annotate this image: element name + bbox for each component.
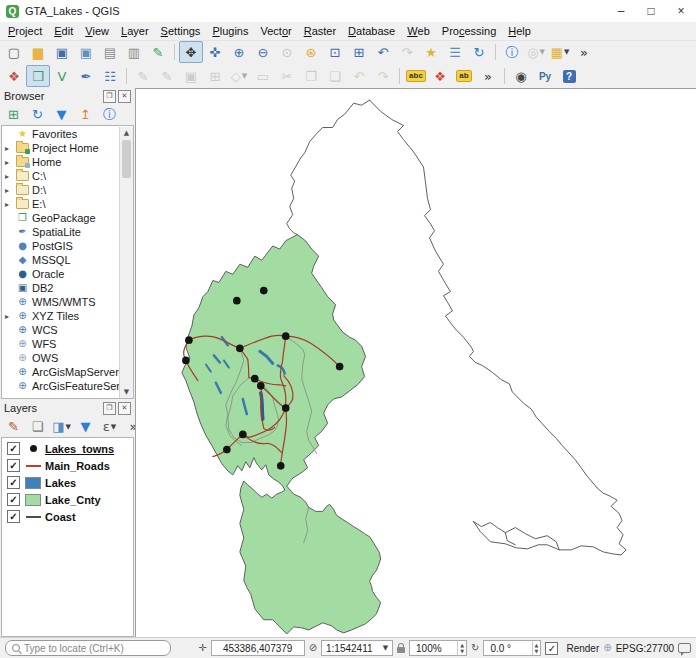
filter-legend-button[interactable]: ▼ bbox=[74, 416, 97, 437]
layer-row-main-roads[interactable]: ✓Main_Roads bbox=[2, 457, 133, 474]
browser-scrollbar[interactable]: ▲ ▼ bbox=[119, 127, 133, 398]
expand-icon[interactable]: ▸ bbox=[5, 200, 15, 209]
map-canvas[interactable] bbox=[135, 88, 696, 638]
pin-labels-button[interactable]: ab bbox=[452, 65, 476, 87]
browser-item-xyz-tiles[interactable]: ▸⊕XYZ Tiles bbox=[2, 309, 120, 323]
scale-combo[interactable]: 1:1542411 ▼ bbox=[321, 640, 393, 656]
browser-item-mssql[interactable]: ◆MSSQL bbox=[2, 253, 120, 267]
pan-to-selection-button[interactable]: ✜ bbox=[203, 41, 227, 63]
extents-toggle-icon[interactable]: ⊘ bbox=[309, 643, 317, 653]
lock-scale-icon[interactable] bbox=[397, 647, 405, 653]
browser-item-arcgismapserver[interactable]: ⊕ArcGisMapServer bbox=[2, 365, 120, 379]
properties-widget-button[interactable]: ⓘ bbox=[98, 104, 121, 125]
save-layer-edits-button[interactable]: ▣ bbox=[179, 65, 203, 87]
toggle-editing-button[interactable]: ✎ bbox=[155, 65, 179, 87]
add-group-button[interactable]: ❏ bbox=[26, 416, 49, 437]
current-edits-button[interactable]: ✎ bbox=[131, 65, 155, 87]
expand-icon[interactable]: ▸ bbox=[5, 186, 15, 195]
add-selected-layers-button[interactable]: ⊞ bbox=[2, 104, 25, 125]
locate-input[interactable]: Type to locate (Ctrl+K) bbox=[5, 640, 171, 656]
refresh-browser-button[interactable]: ↻ bbox=[26, 104, 49, 125]
save-project-button[interactable]: ▣ bbox=[50, 41, 74, 63]
layer-visibility-checkbox[interactable]: ✓ bbox=[7, 493, 20, 506]
zoom-to-selection-button[interactable]: ⊡ bbox=[323, 41, 347, 63]
show-layout-manager-button[interactable]: ▥ bbox=[122, 41, 146, 63]
layers-float-button[interactable]: ❐ bbox=[103, 402, 116, 415]
render-checkbox[interactable]: ✓ Render bbox=[545, 642, 599, 655]
browser-float-button[interactable]: ❐ bbox=[103, 90, 116, 103]
new-spatialite-button[interactable]: ✒ bbox=[74, 65, 98, 87]
browser-item-e[interactable]: ▸E:\ bbox=[2, 197, 120, 211]
collapse-all-button[interactable]: ↥ bbox=[74, 104, 97, 125]
new-virtual-layer-button[interactable]: ☷ bbox=[98, 65, 122, 87]
menu-help[interactable]: Help bbox=[502, 22, 537, 40]
layer-visibility-checkbox[interactable]: ✓ bbox=[7, 459, 20, 472]
close-button[interactable]: × bbox=[666, 0, 696, 22]
metasearch-button[interactable]: ◉ bbox=[509, 65, 533, 87]
add-feature-button[interactable]: ⊞ bbox=[203, 65, 227, 87]
menu-raster[interactable]: Raster bbox=[298, 22, 342, 40]
vertex-tool-button[interactable]: ◇▼ bbox=[227, 65, 251, 87]
paste-features-button[interactable]: ❏ bbox=[323, 65, 347, 87]
python-console-button[interactable]: Py bbox=[533, 65, 557, 87]
zoom-native-button[interactable]: ⊙ bbox=[275, 41, 299, 63]
zoom-next-button[interactable]: ↷ bbox=[395, 41, 419, 63]
browser-item-d[interactable]: ▸D:\ bbox=[2, 183, 120, 197]
chevron-down-icon[interactable]: ▼ bbox=[242, 72, 247, 80]
browser-item-wms-wmts[interactable]: ⊕WMS/WMTS bbox=[2, 295, 120, 309]
menu-web[interactable]: Web bbox=[401, 22, 436, 40]
browser-item-wfs[interactable]: ⊕WFS bbox=[2, 337, 120, 351]
browser-item-geopackage[interactable]: ❒GeoPackage bbox=[2, 211, 120, 225]
browser-item-home[interactable]: ▸Home bbox=[2, 155, 120, 169]
browser-item-project-home[interactable]: ▸Project Home bbox=[2, 141, 120, 155]
help-contents-button[interactable]: ? bbox=[557, 65, 581, 87]
new-bookmark-button[interactable]: ★ bbox=[419, 41, 443, 63]
chevron-down-icon[interactable]: ▼ bbox=[564, 48, 569, 56]
minimize-button[interactable]: – bbox=[606, 0, 636, 22]
maximize-button[interactable]: □ bbox=[636, 0, 666, 22]
zoom-full-button[interactable]: ⊛ bbox=[299, 41, 323, 63]
redo-button[interactable]: ↷ bbox=[371, 65, 395, 87]
layer-labeling-button[interactable]: abc bbox=[404, 65, 428, 87]
save-project-as-button[interactable]: ▣ bbox=[74, 41, 98, 63]
show-bookmarks-button[interactable]: ☰ bbox=[443, 41, 467, 63]
cut-features-button[interactable]: ✂ bbox=[275, 65, 299, 87]
toolbar2-overflow-button[interactable]: » bbox=[476, 65, 500, 87]
browser-item-arcgisfeatureserver[interactable]: ⊕ArcGisFeatureServer bbox=[2, 379, 120, 393]
scroll-up-icon[interactable]: ▲ bbox=[120, 127, 133, 139]
chevron-down-icon[interactable]: ▼ bbox=[539, 48, 544, 56]
menu-processing[interactable]: Processing bbox=[436, 22, 502, 40]
scroll-down-icon[interactable]: ▼ bbox=[120, 386, 133, 398]
layer-row-lake-cnty[interactable]: ✓Lake_Cnty bbox=[2, 491, 133, 508]
refresh-map-button[interactable]: ↻ bbox=[467, 41, 491, 63]
style-manager-button[interactable]: ✎ bbox=[146, 41, 170, 63]
menu-vector[interactable]: Vector bbox=[254, 22, 297, 40]
expand-icon[interactable]: ▸ bbox=[5, 312, 15, 321]
open-layer-styling-button[interactable]: ✎ bbox=[2, 416, 25, 437]
zoom-last-button[interactable]: ↶ bbox=[371, 41, 395, 63]
layer-row-lakes-towns[interactable]: ✓Lakes_towns bbox=[2, 440, 133, 457]
browser-item-spatialite[interactable]: ✒SpatiaLite bbox=[2, 225, 120, 239]
layer-labeling-options-button[interactable]: ❖ bbox=[428, 65, 452, 87]
crs-status[interactable]: EPSG:27700 bbox=[616, 643, 674, 654]
layer-row-coast[interactable]: ✓Coast bbox=[2, 508, 133, 525]
browser-close-button[interactable]: ✕ bbox=[118, 90, 131, 103]
new-shapefile-button[interactable]: V bbox=[50, 65, 74, 87]
manage-map-themes-button[interactable]: ◨▼ bbox=[50, 416, 73, 437]
new-print-layout-button[interactable]: ▤ bbox=[98, 41, 122, 63]
chevron-down-icon[interactable]: ▼ bbox=[65, 423, 70, 431]
chevron-down-icon[interactable]: ▼ bbox=[383, 644, 388, 652]
render-checkbox-box[interactable]: ✓ bbox=[545, 642, 558, 655]
undo-button[interactable]: ↶ bbox=[347, 65, 371, 87]
zoom-to-layer-button[interactable]: ⊞ bbox=[347, 41, 371, 63]
magnifier-spinbox[interactable]: 100% ▲▼ bbox=[409, 640, 467, 656]
browser-item-favorites[interactable]: ★Favorites bbox=[2, 127, 120, 141]
delete-selected-button[interactable]: ▭ bbox=[251, 65, 275, 87]
expand-icon[interactable]: ▸ bbox=[5, 144, 15, 153]
spin-down-icon[interactable]: ▼ bbox=[533, 648, 541, 654]
expand-icon[interactable]: ▸ bbox=[5, 158, 15, 167]
copy-features-button[interactable]: ❐ bbox=[299, 65, 323, 87]
spin-down-icon[interactable]: ▼ bbox=[458, 648, 466, 654]
pan-map-button[interactable]: ✥ bbox=[179, 41, 203, 63]
identify-features-button[interactable]: ⓘ bbox=[500, 41, 524, 63]
